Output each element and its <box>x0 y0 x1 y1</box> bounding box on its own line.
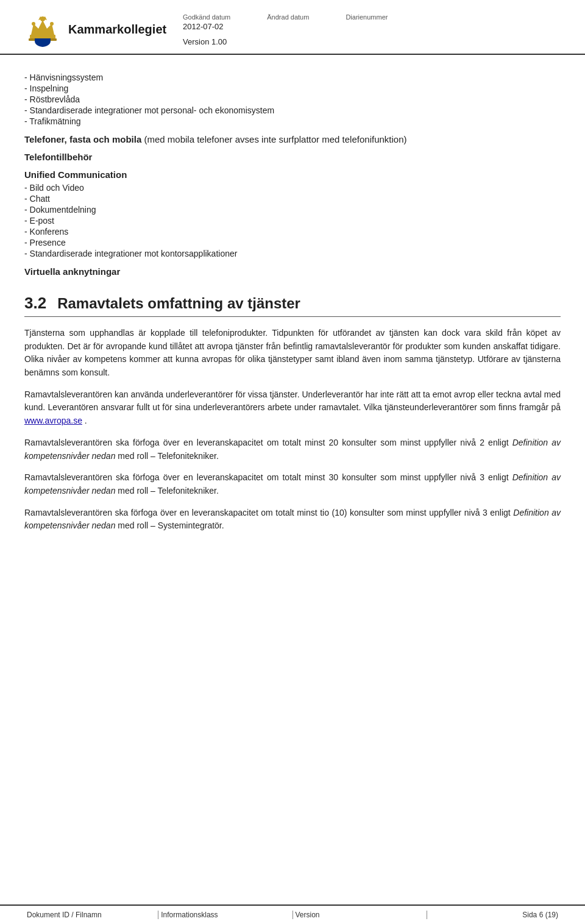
footer-label-2: Informationsklass <box>161 911 218 919</box>
footer-label-4: Sida <box>522 911 537 919</box>
footer-label-1: Dokument ID / Filnamn <box>27 911 102 919</box>
avropa-link[interactable]: www.avropa.se <box>24 416 82 425</box>
godkand-value: 2012-07-02 <box>183 22 230 31</box>
section-title: Ramavtalets omfattning av tjänster <box>57 295 300 312</box>
list-item: - Dokumentdelning <box>24 204 561 215</box>
list-item: - Bild och Video <box>24 182 561 193</box>
unified-heading: Unified Communication <box>24 169 561 180</box>
list-item: - Inspelning <box>24 83 561 94</box>
logo-image <box>24 11 61 48</box>
italic-phrase: Definition av kompetensnivåer nedan <box>24 508 561 531</box>
list-item: - E-post <box>24 215 561 226</box>
footer-col-2: Informationsklass <box>158 911 292 919</box>
top-bullet-list: - Hänvisningssystem- Inspelning- Röstbre… <box>24 72 561 127</box>
footer: Dokument ID / Filnamn Informationsklass … <box>0 904 585 924</box>
paragraph-p4: Ramavtalsleverantören ska förfoga över e… <box>24 471 561 497</box>
section-number: 3.2 <box>24 294 46 313</box>
svg-point-3 <box>32 22 35 26</box>
svg-rect-0 <box>30 35 55 38</box>
list-item: - Konferens <box>24 226 561 237</box>
header: Kammarkollegiet Godkänd datum 2012-07-02… <box>0 0 585 55</box>
telefoner-heading: Telefoner, fasta och mobila (med mobila … <box>24 134 561 144</box>
italic-phrase: Definition av kompetensnivåer nedan <box>24 472 561 496</box>
main-content: - Hänvisningssystem- Inspelning- Röstbre… <box>0 55 585 904</box>
list-item: - Hänvisningssystem <box>24 72 561 83</box>
footer-label-3: Version <box>296 911 320 919</box>
footer-page-value: 6 (19) <box>539 911 558 919</box>
virtuella-heading: Virtuella anknytningar <box>24 266 561 277</box>
svg-point-4 <box>50 22 54 26</box>
paragraph-p1: Tjänsterna som upphandlas är kopplade ti… <box>24 327 561 380</box>
footer-col-3: Version <box>293 911 427 919</box>
list-item: - Röstbrevlåda <box>24 94 561 105</box>
list-item: - Standardiserade integrationer mot pers… <box>24 105 561 116</box>
paragraph-p2: Ramavtalsleverantören kan använda underl… <box>24 388 561 428</box>
diarienummer-label: Diarienummer <box>346 13 388 21</box>
andrad-label: Ändrad datum <box>267 13 309 21</box>
section-3-2-heading: 3.2 Ramavtalets omfattning av tjänster <box>24 294 561 317</box>
header-godkand-col: Godkänd datum 2012-07-02 <box>183 13 230 31</box>
page: Kammarkollegiet Godkänd datum 2012-07-02… <box>0 0 585 924</box>
list-item: - Trafikmätning <box>24 116 561 127</box>
list-item: - Presence <box>24 237 561 248</box>
footer-col-4: Sida 6 (19) <box>427 911 561 919</box>
header-diarienummer-col: Diarienummer <box>346 13 388 31</box>
godkand-label: Godkänd datum <box>183 13 230 21</box>
logo-text: Kammarkollegiet <box>68 23 166 37</box>
logo-area: Kammarkollegiet <box>24 11 171 48</box>
list-item: - Standardiserade integrationer mot kont… <box>24 248 561 259</box>
header-meta: Godkänd datum 2012-07-02 Ändrad datum Di… <box>183 11 561 46</box>
list-item: - Chatt <box>24 193 561 204</box>
unified-list: - Bild och Video- Chatt- Dokumentdelning… <box>24 182 561 259</box>
paragraph-p3: Ramavtalsleverantören ska förfoga över e… <box>24 436 561 463</box>
header-version: Version 1.00 <box>183 37 561 46</box>
footer-col-1: Dokument ID / Filnamn <box>24 911 158 919</box>
paragraphs-container: Tjänsterna som upphandlas är kopplade ti… <box>24 327 561 533</box>
header-andrad-col: Ändrad datum <box>267 13 309 31</box>
italic-phrase: Definition av kompetensnivåer nedan <box>24 438 561 461</box>
header-meta-top-row: Godkänd datum 2012-07-02 Ändrad datum Di… <box>183 13 561 31</box>
telefoner-desc: (med mobila telefoner avses inte surfpla… <box>144 134 406 144</box>
paragraph-p5: Ramavtalsleverantören ska förfoga över e… <box>24 506 561 533</box>
telefontillbehor-heading: Telefontillbehör <box>24 152 561 162</box>
coat-of-arms-icon <box>25 12 60 47</box>
